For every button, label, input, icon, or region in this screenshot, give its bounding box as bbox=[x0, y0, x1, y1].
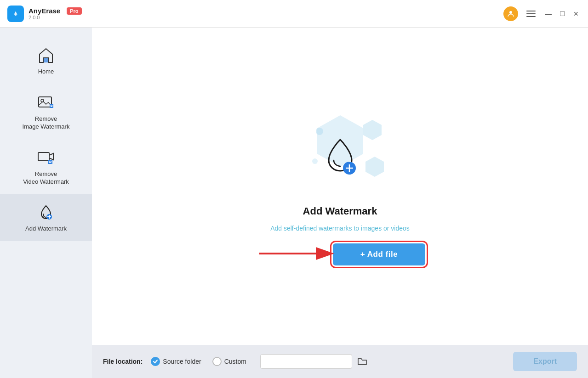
sidebar-item-remove-image[interactable]: RemoveImage Watermark bbox=[0, 84, 92, 139]
app-version: 2.0.0 bbox=[29, 15, 82, 20]
sidebar-item-add-watermark-label: Add Watermark bbox=[25, 225, 67, 233]
remove-image-icon bbox=[36, 92, 56, 113]
window-controls: — ☐ ✕ bbox=[544, 9, 581, 18]
title-bar-right: — ☐ ✕ bbox=[503, 6, 581, 21]
add-watermark-icon bbox=[36, 202, 56, 222]
close-button[interactable]: ✕ bbox=[571, 9, 581, 18]
svg-rect-3 bbox=[44, 58, 48, 62]
svg-rect-4 bbox=[39, 97, 51, 107]
source-folder-label: Source folder bbox=[163, 358, 201, 365]
sidebar-item-add-watermark[interactable]: Add Watermark bbox=[0, 194, 92, 241]
main-subtitle: Add self-defined watermarks to images or… bbox=[270, 225, 410, 232]
browse-folder-button[interactable] bbox=[355, 354, 370, 369]
remove-video-icon bbox=[36, 147, 56, 168]
source-folder-option[interactable]: Source folder bbox=[151, 357, 201, 366]
svg-rect-9 bbox=[38, 152, 49, 161]
minimize-button[interactable]: — bbox=[544, 9, 553, 18]
svg-point-1 bbox=[15, 14, 17, 16]
file-location-label: File location: bbox=[103, 358, 143, 365]
user-icon[interactable] bbox=[503, 6, 518, 21]
sidebar-item-remove-image-label: RemoveImage Watermark bbox=[23, 115, 70, 131]
sidebar-item-remove-video[interactable]: RemoveVideo Watermark bbox=[0, 139, 92, 194]
add-file-row: + Add file bbox=[255, 242, 425, 267]
menu-button[interactable] bbox=[525, 9, 537, 19]
bottom-bar: File location: Source folder Custom Expo… bbox=[92, 345, 588, 378]
custom-option[interactable]: Custom bbox=[212, 357, 246, 366]
watermark-drop-icon bbox=[320, 130, 361, 174]
title-bar: AnyErase Pro 2.0.0 — ☐ ✕ bbox=[0, 0, 588, 28]
sidebar-item-remove-video-label: RemoveVideo Watermark bbox=[23, 170, 69, 186]
source-folder-radio[interactable] bbox=[151, 357, 160, 366]
red-arrow bbox=[255, 242, 337, 267]
svg-point-2 bbox=[509, 11, 512, 14]
center-area: Add Watermark Add self-defined watermark… bbox=[92, 28, 588, 345]
illustration bbox=[290, 106, 391, 198]
sidebar-item-home[interactable]: Home bbox=[0, 37, 92, 84]
svg-marker-17 bbox=[363, 120, 382, 140]
main-title: Add Watermark bbox=[303, 205, 377, 217]
custom-radio[interactable] bbox=[212, 357, 222, 366]
home-icon bbox=[36, 45, 56, 65]
main-content: Add Watermark Add self-defined watermark… bbox=[92, 28, 588, 378]
pro-badge: Pro bbox=[67, 7, 81, 15]
sidebar-item-home-label: Home bbox=[38, 68, 54, 76]
custom-label: Custom bbox=[224, 358, 246, 365]
svg-marker-18 bbox=[365, 157, 384, 177]
svg-point-20 bbox=[312, 158, 318, 164]
maximize-button[interactable]: ☐ bbox=[558, 9, 567, 18]
add-file-button[interactable]: + Add file bbox=[333, 243, 425, 265]
export-button[interactable]: Export bbox=[513, 352, 577, 371]
custom-path-input[interactable] bbox=[260, 354, 352, 369]
app-name: AnyErase bbox=[29, 7, 60, 15]
sidebar: Home RemoveImage Watermark bbox=[0, 28, 92, 378]
app-name-block: AnyErase Pro 2.0.0 bbox=[29, 7, 82, 20]
app-logo bbox=[7, 6, 24, 22]
